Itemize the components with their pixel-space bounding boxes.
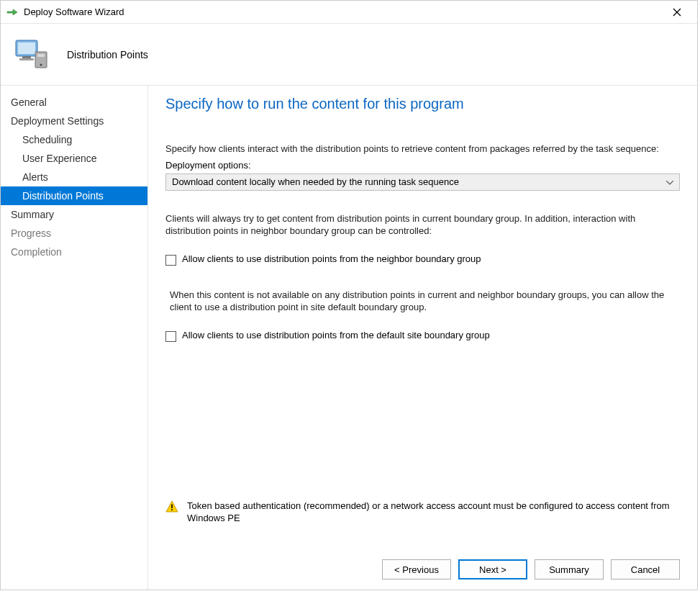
cancel-button[interactable]: Cancel [611,559,680,579]
page-title: Distribution Points [67,49,148,60]
fallback-text: When this content is not available on an… [165,289,680,314]
previous-button[interactable]: < Previous [382,559,451,579]
deployment-option-selected: Download content locally when needed by … [172,176,459,187]
app-arrow-icon [6,6,18,18]
summary-button[interactable]: Summary [535,559,604,579]
sidebar-item-alerts[interactable]: Alerts [1,168,147,186]
wizard-body: GeneralDeployment SettingsSchedulingUser… [1,86,697,590]
deploy-options-label: Deployment options: [165,160,680,171]
sidebar-item-progress: Progress [1,224,147,243]
neighbor-boundary-checkbox[interactable] [165,255,176,266]
sidebar-item-general[interactable]: General [1,93,147,112]
sidebar-item-distribution-points[interactable]: Distribution Points [1,186,147,205]
intro-text: Specify how clients interact with the di… [165,143,680,155]
sidebar-item-completion: Completion [1,243,147,261]
deployment-options-dropdown[interactable]: Download content locally when needed by … [165,173,680,191]
chevron-down-icon [666,178,673,186]
warning-icon [165,500,178,513]
sidebar-item-deployment-settings[interactable]: Deployment Settings [1,112,147,130]
close-icon[interactable] [663,2,691,22]
svg-rect-3 [19,58,34,60]
default-site-boundary-label[interactable]: Allow clients to use distribution points… [182,330,490,340]
svg-rect-8 [171,509,173,510]
boundary-text: Clients will always try to get content f… [165,212,680,238]
svg-rect-1 [18,42,35,54]
wizard-content: Specify how to run the content for this … [147,86,697,590]
content-spacer [165,348,680,492]
computer-package-icon [12,35,53,75]
titlebar: Deploy Software Wizard [1,1,697,24]
content-heading: Specify how to run the content for this … [165,96,680,112]
next-button[interactable]: Next > [458,559,527,579]
svg-rect-5 [37,54,45,57]
wizard-window: Deploy Software Wizard Distribution Poin… [0,0,698,590]
window-title: Deploy Software Wizard [24,6,663,17]
sidebar-item-summary[interactable]: Summary [1,205,147,224]
neighbor-boundary-label[interactable]: Allow clients to use distribution points… [182,253,481,264]
header-strip: Distribution Points [1,24,697,86]
sidebar-item-scheduling[interactable]: Scheduling [1,130,147,149]
svg-rect-7 [171,504,173,508]
default-checkbox-row: Allow clients to use distribution points… [165,330,680,342]
warning-row: Token based authentication (recommended)… [165,500,680,525]
wizard-sidebar: GeneralDeployment SettingsSchedulingUser… [1,86,147,590]
warning-text: Token based authentication (recommended)… [187,500,680,525]
sidebar-item-user-experience[interactable]: User Experience [1,149,147,168]
button-row: < Previous Next > Summary Cancel [165,549,680,579]
neighbor-checkbox-row: Allow clients to use distribution points… [165,253,680,266]
svg-rect-2 [22,56,31,58]
svg-point-6 [40,63,42,66]
default-site-boundary-checkbox[interactable] [165,331,176,342]
